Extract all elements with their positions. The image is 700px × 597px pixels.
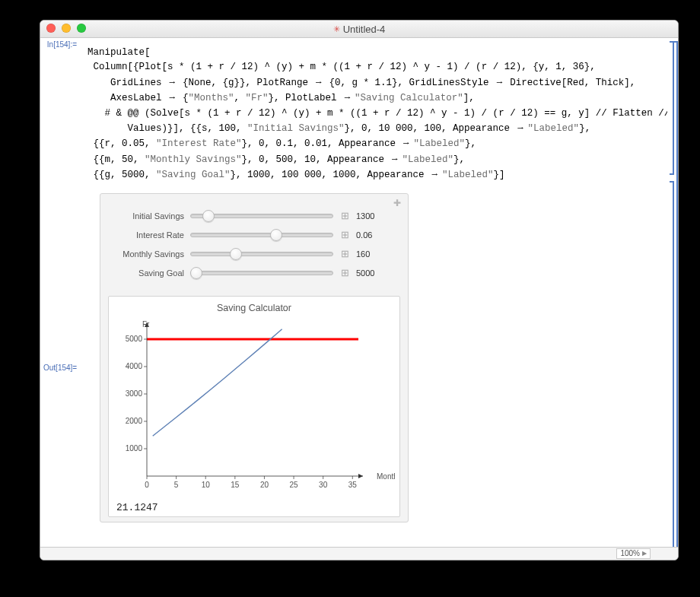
control-value: 0.06 xyxy=(356,230,382,240)
zoom-value: 100% xyxy=(620,549,640,558)
control-value: 1300 xyxy=(356,211,382,221)
savings-chart: 0510152025303510002000300040005000Months… xyxy=(113,315,395,497)
manipulate-panel: ✚ Initial Savings ⊞ 1300 Interest Rate xyxy=(100,193,409,522)
slider-initial-savings[interactable] xyxy=(190,214,333,218)
titlebar: ✳ Untitled-4 xyxy=(40,21,678,38)
mac-window: ✳ Untitled-4 In[154]:= Manipulate[ Colum… xyxy=(40,20,679,560)
svg-text:3000: 3000 xyxy=(126,389,143,398)
expand-icon[interactable]: ⊞ xyxy=(339,211,350,221)
input-cell-label: In[154]:= xyxy=(43,40,77,49)
control-saving-goal: Saving Goal ⊞ 5000 xyxy=(111,268,397,278)
svg-text:5000: 5000 xyxy=(126,335,143,343)
svg-text:20: 20 xyxy=(260,481,269,489)
window-title-text: Untitled-4 xyxy=(343,24,386,35)
control-value: 5000 xyxy=(356,268,382,278)
control-initial-savings: Initial Savings ⊞ 1300 xyxy=(111,211,397,221)
output-cell-label: Out[154]= xyxy=(43,364,77,372)
control-monthly-savings: Monthly Savings ⊞ 160 xyxy=(111,249,397,259)
control-interest-rate: Interest Rate ⊞ 0.06 xyxy=(111,230,397,240)
control-label: Interest Rate xyxy=(111,230,190,240)
window-close-button[interactable] xyxy=(46,24,56,33)
controls-area: Initial Savings ⊞ 1300 Interest Rate ⊞ xyxy=(100,194,408,294)
window-title: ✳ Untitled-4 xyxy=(40,24,678,35)
slider-saving-goal[interactable] xyxy=(190,271,333,275)
cell-brackets[interactable] xyxy=(667,38,678,547)
expand-icon[interactable]: ⊞ xyxy=(339,268,350,278)
plot-panel: Saving Calculator 0510152025303510002000… xyxy=(108,296,400,517)
svg-text:5: 5 xyxy=(174,481,179,489)
chart-title: Saving Calculator xyxy=(113,303,395,313)
control-label: Initial Savings xyxy=(111,211,190,221)
input-code[interactable]: Manipulate[ Column[{Plot[s * (1 + r / 12… xyxy=(88,46,667,183)
svg-text:0: 0 xyxy=(145,481,149,489)
status-bar: 100% ▶ xyxy=(40,547,678,560)
svg-text:25: 25 xyxy=(289,481,298,489)
svg-text:2000: 2000 xyxy=(126,417,143,425)
slider-monthly-savings[interactable] xyxy=(190,252,333,256)
manipulate-options-icon[interactable]: ✚ xyxy=(392,198,402,208)
svg-text:1000: 1000 xyxy=(126,444,143,453)
dropdown-icon: ▶ xyxy=(642,549,647,558)
control-value: 160 xyxy=(356,249,382,259)
svg-text:35: 35 xyxy=(348,481,358,489)
expand-icon[interactable]: ⊞ xyxy=(339,249,350,259)
solve-output: 21.1247 xyxy=(116,502,395,513)
svg-text:15: 15 xyxy=(231,481,240,489)
window-minimize-button[interactable] xyxy=(62,24,71,33)
control-label: Saving Goal xyxy=(111,268,190,278)
window-zoom-button[interactable] xyxy=(77,24,86,33)
expand-icon[interactable]: ⊞ xyxy=(339,230,350,240)
control-label: Monthly Savings xyxy=(111,249,190,259)
zoom-control[interactable]: 100% ▶ xyxy=(616,548,651,559)
svg-text:Fr: Fr xyxy=(142,320,150,329)
svg-text:10: 10 xyxy=(202,481,211,489)
wolfram-icon: ✳ xyxy=(333,24,340,34)
notebook-content[interactable]: In[154]:= Manipulate[ Column[{Plot[s * (… xyxy=(40,38,667,547)
slider-interest-rate[interactable] xyxy=(190,233,333,237)
svg-text:30: 30 xyxy=(319,481,328,489)
svg-text:Months: Months xyxy=(377,472,395,481)
svg-text:4000: 4000 xyxy=(126,362,143,370)
